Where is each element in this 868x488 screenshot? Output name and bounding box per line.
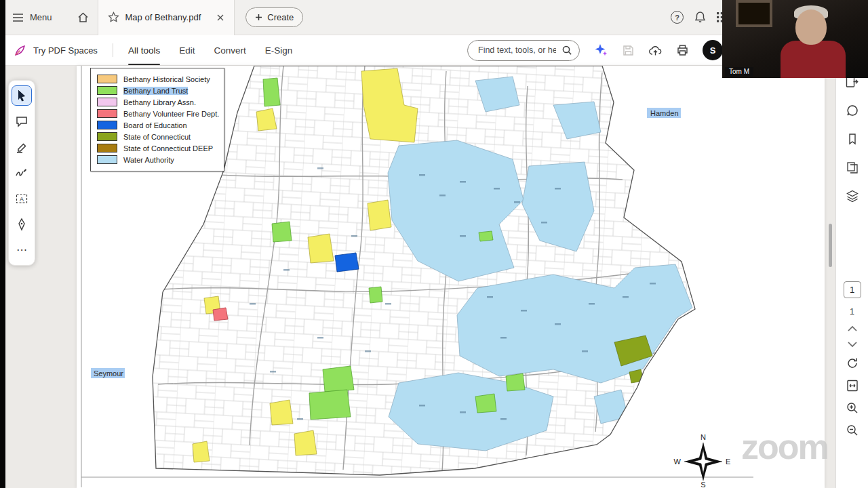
rotate-page-button[interactable] [846,357,859,370]
menu-label: Menu [30,12,52,22]
participant-name-tag: Tom M [725,67,753,77]
page-thumbnails-button[interactable] [844,159,861,176]
legend-swatch [97,144,117,152]
legend-swatch [97,132,117,141]
create-label: Create [267,12,294,22]
account-initial: S [710,45,716,56]
fire-dept-parcel [213,308,228,321]
home-button[interactable] [77,11,90,24]
quick-tools-panel: A ⋯ [8,80,35,266]
hamden-label: Hamden [647,108,681,118]
tab-all-tools[interactable]: All tools [128,35,160,65]
vertical-scrollbar[interactable] [829,66,833,488]
legend-swatch [97,98,117,106]
zoom-out-button[interactable] [846,424,859,437]
hamburger-icon [12,13,24,22]
bookmarks-button[interactable] [844,131,861,147]
legend-swatch [97,121,117,129]
cloud-upload-icon[interactable] [648,44,663,57]
previous-page-button[interactable] [847,325,858,332]
favorite-star-icon[interactable] [108,12,119,23]
next-page-button[interactable] [847,341,858,348]
legend-swatch [97,75,117,83]
legend-row: Bethany Historical Society [97,75,218,83]
seymour-label: Seymour [91,368,125,378]
toolbar-right-actions: S [467,40,723,61]
fit-page-button[interactable] [846,379,859,392]
webcam-video: Tom M [722,0,868,78]
home-icon [77,11,90,24]
right-rail-icons [836,74,868,204]
highlight-tool[interactable] [12,138,31,157]
highlighter-icon [15,140,28,154]
scrollbar-thumb[interactable] [829,224,832,267]
svg-text:S: S [701,481,705,488]
legend-row: Bethany Library Assn. [97,98,218,106]
svg-text:W: W [674,458,682,466]
current-page-input[interactable]: 1 [844,281,861,298]
pen-nib-icon [15,218,28,231]
account-avatar[interactable]: S [703,40,723,60]
compass-rose: N S W E [674,433,731,488]
tool-tabs: All tools Edit Convert E-Sign [128,35,292,65]
ai-assistant-icon[interactable] [593,43,608,58]
topbar-right-actions: ? [671,11,727,24]
pdf-page: Hamden Seymour N S W E [77,66,825,488]
more-tools-button[interactable]: ⋯ [12,241,31,260]
tab-convert[interactable]: Convert [214,35,245,65]
letterbox-strip [0,0,5,488]
search-box[interactable] [467,40,580,61]
add-comment-tool[interactable] [12,112,31,131]
layers-button[interactable] [844,188,861,204]
legend-swatch [97,155,117,164]
draw-signature-tool[interactable] [12,163,31,182]
try-pdf-spaces-label: Try PDF Spaces [33,45,98,56]
notifications-bell-icon[interactable] [694,11,707,24]
add-text-tool[interactable]: A [12,189,31,208]
picture-frame [736,0,772,27]
document-area: Hamden Seymour N S W E [0,66,868,488]
zoom-watermark: zoom [741,426,828,467]
participant-face [795,9,827,45]
print-icon[interactable] [676,44,689,56]
svg-text:Hamden: Hamden [650,109,679,117]
save-icon [622,44,635,57]
legend-row: Board of Education [97,121,218,129]
zoom-in-button[interactable] [846,401,859,415]
select-tool[interactable] [12,86,31,105]
menu-button[interactable]: Menu [12,12,52,22]
document-tab[interactable]: Map of Bethany.pdf [98,0,235,35]
board-of-education-parcel [335,253,359,272]
tab-edit[interactable]: Edit [179,35,195,65]
legend-row: State of Connecticut [97,132,218,141]
signature-squiggle-icon [15,166,28,180]
legend-row: Bethany Land Trust [97,86,218,95]
plus-icon [255,14,262,21]
right-tools-rail: 1 1 [835,66,868,488]
try-pdf-spaces-button[interactable]: Try PDF Spaces [14,43,98,57]
help-icon[interactable]: ? [671,11,684,24]
legend-row: Water Authority [97,155,218,164]
search-icon [561,45,572,56]
fill-and-sign-tool[interactable] [12,215,31,234]
divider [113,43,113,57]
legend-row: Bethany Volunteer Fire Dept. [97,109,218,118]
create-button[interactable]: Create [245,7,303,27]
legend-row: State of Connecticut DEEP [97,144,218,152]
tab-e-sign[interactable]: E-Sign [265,35,293,65]
select-cursor-icon [15,89,28,102]
total-pages-label: 1 [850,307,854,317]
participant-shirt [781,41,846,78]
legend-swatch [97,86,117,95]
legend-swatch [97,109,117,118]
svg-text:E: E [726,458,730,466]
search-input[interactable] [477,45,557,56]
svg-text:Seymour: Seymour [94,369,123,378]
pdf-spaces-quill-icon [14,43,27,57]
acrobat-window: Menu Map of Bethany.pdf Create ? [0,0,868,488]
close-tab-icon[interactable] [216,14,224,22]
comments-button[interactable] [844,102,861,119]
map-legend: Bethany Historical Society Bethany Land … [90,68,224,171]
page-navigation: 1 1 [836,281,868,437]
svg-text:A: A [20,196,24,203]
